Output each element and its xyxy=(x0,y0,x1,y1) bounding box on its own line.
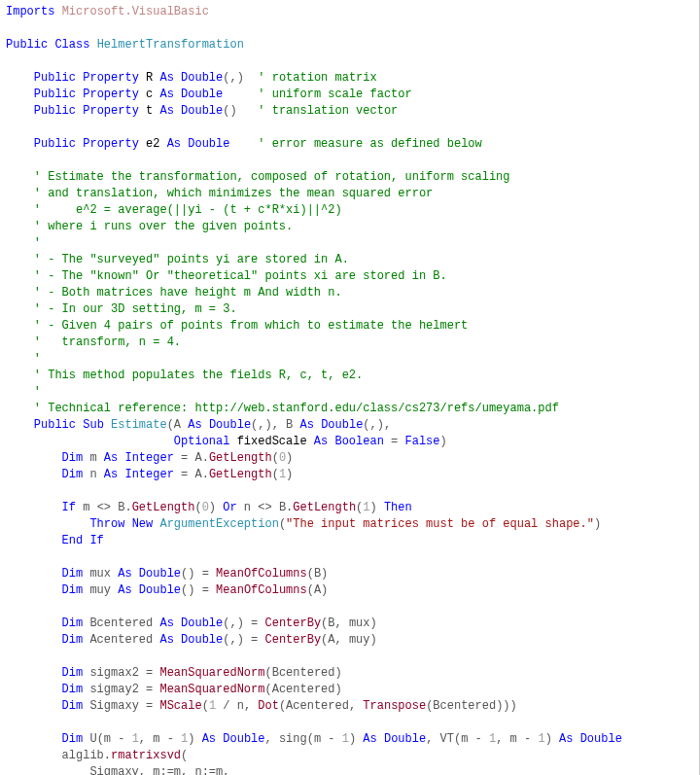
op-neq: <> xyxy=(258,501,271,514)
kw-new: New xyxy=(132,517,154,531)
kw-imports: Imports xyxy=(6,5,54,18)
kw-dim: Dim xyxy=(62,567,84,581)
num: 0 xyxy=(202,501,209,514)
sub-name: Estimate xyxy=(111,418,167,432)
kw-throw: Throw xyxy=(89,517,124,531)
prop-e2: e2 xyxy=(146,137,159,151)
fn-msn: MeanSquaredNorm xyxy=(159,683,264,696)
class-name: HelmertTransformation xyxy=(97,38,244,52)
type-double: Double xyxy=(209,418,251,432)
var-acentered: Acentered xyxy=(89,633,153,647)
comment: ' - The "known" Or "theoretical" points … xyxy=(34,269,447,283)
suffix: (,) xyxy=(251,418,272,432)
op-neq: <> xyxy=(97,501,111,514)
fn-getlength: GetLength xyxy=(209,451,272,465)
comment: ' - The "surveyed" points yi are stored … xyxy=(34,253,349,266)
svd-args-line: Sigmaxy, m:=m, n:=m, xyxy=(6,765,229,775)
type-double: Double xyxy=(181,104,223,118)
num: 1 xyxy=(363,501,369,514)
num: 1 xyxy=(538,732,544,746)
kw-public: Public xyxy=(34,137,76,151)
kw-as: As xyxy=(167,137,181,151)
kw-if: If xyxy=(62,501,76,514)
type-double: Double xyxy=(188,137,229,151)
prop-R: R xyxy=(146,71,153,85)
imports-namespace: Microsoft.VisualBasic xyxy=(62,5,209,18)
type-double: Double xyxy=(181,616,223,630)
suffix: (,) xyxy=(223,71,244,85)
fn-getlength: GetLength xyxy=(132,501,195,514)
param-a: A xyxy=(174,418,181,432)
type-integer: Integer xyxy=(124,468,173,481)
kw-property: Property xyxy=(83,88,139,101)
kw-property: Property xyxy=(83,137,139,151)
kw-property: Property xyxy=(83,71,139,85)
comment: ' transform, n = 4. xyxy=(34,335,181,349)
param-b: B xyxy=(286,418,293,432)
num: 1 xyxy=(279,468,286,481)
kw-property: Property xyxy=(83,104,139,118)
comment: ' and translation, which minimizes the m… xyxy=(34,187,433,200)
comment: ' translation vector xyxy=(258,104,398,118)
kw-as: As xyxy=(300,418,314,432)
kw-dim: Dim xyxy=(62,683,84,696)
fn-getlength: GetLength xyxy=(293,501,356,514)
comment: ' xyxy=(34,385,41,399)
var-mux: mux xyxy=(89,567,111,581)
type-double: Double xyxy=(223,732,264,746)
var-sigmay2: sigmay2 xyxy=(89,683,138,696)
kw-public: Public xyxy=(34,418,76,432)
kw-public: Public xyxy=(34,71,76,85)
string-literal: "The input matrices must be of equal sha… xyxy=(286,517,594,531)
kw-or: Or xyxy=(223,501,236,514)
num: 1 xyxy=(181,732,188,746)
kw-as: As xyxy=(159,88,173,101)
kw-as: As xyxy=(363,732,376,746)
kw-as: As xyxy=(314,435,328,448)
comment: ' - Both matrices have height m And widt… xyxy=(34,286,342,299)
var-bcentered: Bcentered xyxy=(89,616,153,630)
type-double: Double xyxy=(139,567,181,581)
kw-dim: Dim xyxy=(62,583,84,597)
comment: ' xyxy=(34,236,41,250)
kw-as: As xyxy=(159,616,173,630)
fn-dot: Dot xyxy=(258,699,279,713)
kw-sub: Sub xyxy=(83,418,104,432)
kw-as: As xyxy=(104,451,118,465)
var-m: m xyxy=(89,451,96,465)
type-boolean: Boolean xyxy=(334,435,383,448)
fn-meanofcolumns: MeanOfColumns xyxy=(216,583,307,597)
kw-public: Public xyxy=(6,38,48,52)
type-argex: ArgumentException xyxy=(159,517,278,531)
type-double: Double xyxy=(139,583,181,597)
fn-transpose: Transpose xyxy=(363,699,426,713)
kw-dim: Dim xyxy=(62,699,84,713)
var-sigmax2: sigmax2 xyxy=(89,666,138,680)
comment: ' Estimate the transformation, composed … xyxy=(34,170,510,184)
kw-as: As xyxy=(118,583,131,597)
comment: ' - Given 4 pairs of points from which t… xyxy=(34,319,468,333)
type-double: Double xyxy=(181,633,223,647)
kw-optional: Optional xyxy=(174,435,230,448)
kw-false: False xyxy=(405,435,440,448)
kw-as: As xyxy=(202,732,216,746)
kw-class: Class xyxy=(54,38,89,52)
type-double: Double xyxy=(321,418,363,432)
type-double: Double xyxy=(384,732,426,746)
prop-t: t xyxy=(146,104,153,118)
kw-then: Then xyxy=(384,501,412,514)
num: 0 xyxy=(279,451,286,465)
code-block: Imports Microsoft.VisualBasic Public Cla… xyxy=(0,0,699,775)
kw-endif: End If xyxy=(62,534,104,547)
suffix: (,) xyxy=(363,418,384,432)
ns-alglib: alglib xyxy=(62,749,104,762)
var-sing: sing xyxy=(279,732,307,746)
num: 1 xyxy=(132,732,139,746)
fn-centerby: CenterBy xyxy=(264,616,321,630)
comment: ' where i runs over the given points. xyxy=(34,220,293,233)
num: 1 xyxy=(209,699,216,713)
comment: ' e^2 = average(||yi - (t + c*R*xi)||^2) xyxy=(34,203,342,217)
type-double: Double xyxy=(580,732,622,746)
comment: ' error measure as defined below xyxy=(258,137,481,151)
var-sigmaxy: Sigmaxy xyxy=(89,699,138,713)
